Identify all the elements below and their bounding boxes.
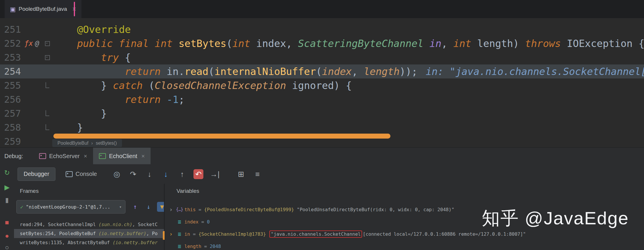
fold-column[interactable] — [43, 92, 53, 106]
force-step-into-icon[interactable]: ↓ — [161, 169, 171, 179]
gutter-icons — [25, 106, 43, 120]
parameter-icon: ≡ — [174, 231, 184, 237]
view-tab-label: Debugger — [24, 171, 49, 177]
code-text[interactable]: try { — [53, 50, 644, 64]
line-number[interactable]: 258 — [0, 120, 25, 134]
fold-column[interactable] — [43, 78, 53, 92]
inline-debugger-hint: in: "java.nio.channels.SocketChannel[c — [426, 66, 644, 77]
step-into-icon[interactable]: ↓ — [144, 169, 154, 179]
code-text[interactable]: @Override — [53, 22, 644, 36]
frame-row[interactable]: writeBytes:1135, AbstractByteBuf (io.net… — [14, 238, 164, 247]
view-tab-label: Console — [76, 171, 97, 177]
step-out-icon[interactable]: ↑ — [177, 169, 187, 179]
thread-name: "nioEventLoopGroup-2-1"@1,7... — [26, 204, 110, 210]
annotation-highlight-box: "java.nio.channels.SocketChannel — [269, 230, 362, 238]
breadcrumb-item-method[interactable]: setBytes() — [96, 141, 117, 146]
step-over-icon[interactable]: ↷ — [128, 169, 138, 179]
line-number[interactable]: 255 — [0, 78, 25, 92]
debug-view-tabs: DebuggerConsole — [18, 167, 103, 181]
fold-column[interactable] — [43, 120, 53, 134]
code-line[interactable]: 251 @Override — [0, 22, 644, 36]
show-execution-point-icon[interactable]: ◎ — [112, 169, 122, 179]
debug-session-tab-echoclient[interactable]: EchoClient× — [93, 148, 151, 165]
gutter-icons — [25, 64, 43, 78]
expand-chevron-icon[interactable]: › — [167, 206, 174, 213]
resume-icon[interactable]: ▶ — [2, 183, 12, 192]
gutter-icons — [25, 22, 43, 36]
parameter-icon: ≡ — [174, 219, 184, 225]
line-number[interactable]: 252 — [0, 36, 25, 50]
tab-close-icon[interactable]: × — [141, 153, 145, 160]
watermark: 知乎 @JavaEdge — [482, 206, 629, 230]
line-number[interactable]: 257 — [0, 106, 25, 120]
next-frame-icon[interactable]: ↓ — [144, 202, 153, 212]
run-to-cursor-icon[interactable]: →| — [210, 169, 220, 179]
line-number[interactable]: 251 — [0, 22, 25, 36]
tab-close-icon[interactable]: × — [84, 153, 87, 160]
gutter-icons — [25, 50, 43, 64]
code-lines: 251 @Override252ƒx@ public final int set… — [0, 22, 644, 147]
stop-icon[interactable]: ■ — [2, 218, 12, 227]
code-line[interactable]: 256 return -1; — [0, 92, 644, 106]
fold-column[interactable] — [43, 36, 53, 50]
code-text[interactable]: return in.read(internalNioBuffer(index, … — [53, 64, 644, 78]
fold-column[interactable] — [43, 134, 53, 147]
view-options-icon[interactable]: ≡ — [252, 169, 262, 179]
drop-frame-icon[interactable]: ↶ — [193, 169, 203, 179]
previous-frame-icon[interactable]: ↑ — [130, 202, 140, 212]
gutter-icons — [25, 134, 43, 147]
hide-library-frames-icon[interactable]: ▼ — [157, 202, 164, 212]
debug-session-bar: Debug: EchoServer×EchoClient× — [0, 147, 644, 165]
variable-row[interactable]: ≡length = 2048 — [165, 240, 644, 250]
session-tab-label: EchoServer — [49, 153, 80, 160]
code-text[interactable]: } catch (ClosedChannelException ignored)… — [53, 78, 644, 92]
line-number[interactable]: 254 — [0, 64, 25, 78]
line-number[interactable]: 253 — [0, 50, 25, 64]
ide-window: ▣ PooledByteBuf.java × 251 @Override252ƒ… — [0, 0, 644, 250]
fold-column[interactable] — [43, 22, 53, 36]
gutter-icons — [25, 78, 43, 92]
fold-end-icon — [46, 82, 49, 88]
code-text[interactable]: } — [53, 120, 644, 134]
frame-row[interactable]: read:294, SocketChannelImpl (sun.nio.ch)… — [14, 220, 164, 229]
rerun-icon[interactable]: ↻ — [2, 168, 12, 177]
debug-view-tab-console[interactable]: Console — [60, 167, 103, 181]
code-line[interactable]: 255 } catch (ClosedChannelException igno… — [0, 78, 644, 92]
pause-icon[interactable]: Ⅱ — [2, 196, 12, 205]
fold-column[interactable] — [43, 64, 53, 78]
code-line[interactable]: 258 } — [0, 120, 644, 134]
frames-header: Frames — [20, 188, 39, 194]
code-text[interactable]: return -1; — [53, 92, 644, 106]
code-line[interactable]: 257 } — [0, 106, 644, 120]
code-line[interactable]: 252ƒx@ public final int setBytes(int ind… — [0, 36, 644, 50]
code-text[interactable]: } — [53, 106, 644, 120]
frames-panel: Frames ✓ "nioEventLoopGroup-2-1"@1,7... … — [14, 184, 164, 250]
code-text[interactable]: public final int setBytes(int index, Sca… — [53, 36, 644, 50]
debug-view-tab-debugger[interactable]: Debugger — [18, 167, 55, 181]
line-number[interactable]: 259 — [0, 134, 25, 147]
fold-end-icon — [46, 110, 49, 116]
line-number[interactable]: 256 — [0, 92, 25, 106]
frame-row[interactable]: setBytes:254, PooledByteBuf (io.netty.bu… — [14, 229, 164, 238]
fold-box-icon — [45, 41, 50, 46]
code-line[interactable]: 254 return in.read(internalNioBuffer(ind… — [0, 64, 644, 78]
thread-selector[interactable]: ✓ "nioEventLoopGroup-2-1"@1,7... ▾ — [16, 200, 125, 214]
object-icon: {…} — [174, 207, 184, 212]
console-icon — [39, 153, 46, 159]
mute-breakpoints-icon[interactable]: ○ — [2, 243, 12, 250]
debug-session-tabs: EchoServer×EchoClient× — [33, 148, 151, 165]
breadcrumb: PooledByteBuf › setBytes() — [52, 139, 122, 147]
code-line[interactable]: 253 try { — [0, 50, 644, 64]
fold-column[interactable] — [43, 50, 53, 64]
annotation-marker-icon: @ — [35, 40, 39, 47]
tab-bar-accent-mark — [74, 2, 75, 16]
editor-tab[interactable]: ▣ PooledByteBuf.java × — [5, 0, 81, 18]
code-editor[interactable]: 251 @Override252ƒx@ public final int set… — [0, 18, 644, 147]
expand-chevron-icon[interactable]: › — [167, 231, 174, 237]
view-breakpoints-icon[interactable]: ● — [2, 231, 12, 240]
evaluate-expression-icon[interactable]: ⊞ — [236, 169, 246, 179]
gutter-icons — [25, 92, 43, 106]
fold-column[interactable] — [43, 106, 53, 120]
debug-session-tab-echoserver[interactable]: EchoServer× — [33, 148, 93, 165]
breadcrumb-item-class[interactable]: PooledByteBuf — [57, 141, 88, 146]
